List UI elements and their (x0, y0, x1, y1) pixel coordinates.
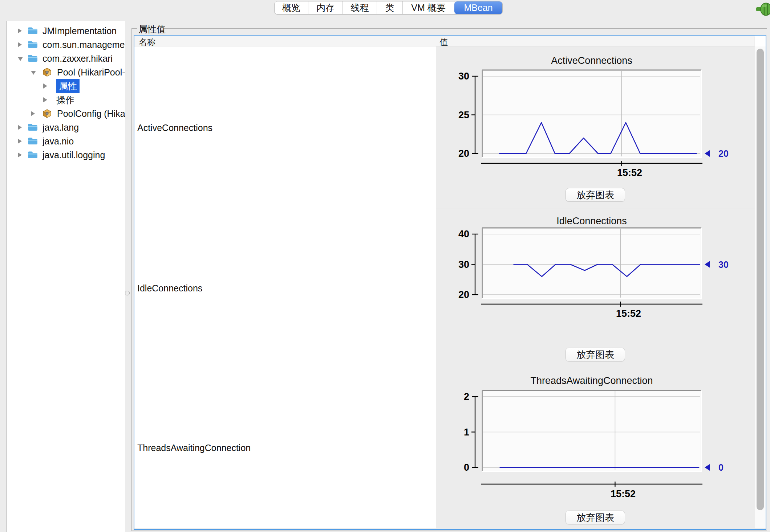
tree-item[interactable]: java.lang (7, 120, 125, 134)
tree-item-label[interactable]: Pool (HikariPool- (57, 65, 125, 79)
tab-threads[interactable]: 线程 (343, 1, 377, 14)
svg-text:20: 20 (458, 148, 469, 159)
expand-arrow-icon[interactable] (18, 152, 22, 157)
svg-text:ActiveConnections: ActiveConnections (551, 55, 632, 66)
expand-arrow-icon[interactable] (43, 97, 47, 102)
collapse-arrow-icon[interactable] (18, 57, 23, 61)
tree-item[interactable]: java.nio (7, 134, 125, 148)
tree-item[interactable]: JMImplementation (7, 24, 125, 38)
main-tab-bar: 概览 内存 线程 类 VM 概要 MBean (274, 1, 503, 15)
tree-item-label[interactable]: PoolConfig (Hika (57, 107, 125, 120)
folder-icon (27, 136, 38, 146)
svg-text:0: 0 (464, 462, 469, 473)
tab-memory[interactable]: 内存 (308, 1, 343, 14)
panel-title: 属性值 (138, 23, 166, 35)
tab-vm-summary[interactable]: VM 概要 (403, 1, 454, 14)
svg-text:0: 0 (718, 462, 724, 472)
tree-item-label[interactable]: java.lang (42, 120, 79, 134)
chart-cell-threadsawaitingconnection: ThreadsAwaitingConnection21015:520 放弃图表 (436, 367, 755, 528)
mbean-icon (42, 67, 52, 77)
titled-border-line (131, 531, 767, 531)
column-divider (754, 37, 754, 46)
svg-text:2: 2 (464, 391, 469, 402)
tree-item-label[interactable]: java.nio (42, 134, 74, 148)
svg-text:30: 30 (458, 259, 469, 270)
tree-item-label[interactable]: 操作 (56, 93, 74, 107)
tree-item[interactable]: com.sun.manageme (7, 38, 125, 52)
tree-item-label[interactable]: 属性 (56, 79, 80, 93)
attribute-name-cell[interactable]: ActiveConnections (137, 122, 212, 134)
expand-arrow-icon[interactable] (43, 83, 47, 89)
titled-border-line (164, 28, 767, 29)
folder-icon (27, 150, 38, 159)
titled-border-line (767, 28, 767, 531)
tree-item[interactable]: Pool (HikariPool- (7, 65, 125, 79)
titled-border-line (131, 28, 137, 29)
svg-text:25: 25 (458, 110, 469, 120)
folder-icon (27, 54, 38, 63)
tree-item[interactable]: 操作 (7, 93, 125, 107)
expand-arrow-icon[interactable] (18, 139, 22, 144)
svg-text:20: 20 (718, 148, 729, 159)
table-header (134, 36, 766, 46)
discard-chart-button[interactable]: 放弃图表 (566, 348, 625, 361)
activeconnections-chart: ActiveConnections30252015:5220 (436, 46, 755, 209)
folder-icon (27, 40, 38, 49)
svg-text:15:52: 15:52 (611, 488, 636, 499)
svg-text:30: 30 (458, 71, 469, 82)
tree-item-label[interactable]: com.sun.manageme (42, 38, 125, 52)
expand-arrow-icon[interactable] (31, 111, 35, 116)
chart-cell-activeconnections: ActiveConnections30252015:5220 放弃图表 (436, 46, 755, 209)
svg-text:15:52: 15:52 (617, 167, 642, 178)
svg-text:40: 40 (458, 229, 469, 240)
svg-text:30: 30 (718, 259, 729, 270)
green-plug-icon (756, 2, 770, 17)
svg-text:ThreadsAwaitingConnection: ThreadsAwaitingConnection (530, 375, 653, 386)
idleconnections-chart: IdleConnections40302015:5230 (436, 209, 755, 367)
splitter-handle[interactable] (125, 291, 130, 295)
column-divider[interactable] (436, 37, 436, 46)
expand-arrow-icon[interactable] (18, 42, 22, 47)
jconsole-window: { "tabs": { "items": [ {"label": "概览", "… (0, 0, 770, 532)
tab-classes[interactable]: 类 (377, 1, 403, 14)
scrollbar-thumb[interactable] (757, 49, 764, 510)
tab-overview[interactable]: 概览 (275, 1, 308, 14)
tree-item-label[interactable]: com.zaxxer.hikari (42, 52, 113, 65)
tree-item[interactable]: 属性 (7, 79, 125, 93)
svg-text:1: 1 (464, 427, 469, 438)
tree-item[interactable]: java.util.logging (7, 148, 125, 162)
chart-cell-idleconnections: IdleConnections40302015:5230 放弃图表 (436, 209, 755, 367)
attribute-name-cell[interactable]: ThreadsAwaitingConnection (137, 442, 251, 454)
attribute-name-cell[interactable]: IdleConnections (137, 282, 202, 294)
svg-text:20: 20 (458, 289, 469, 300)
folder-icon (27, 123, 38, 132)
tab-mbean[interactable]: MBean (454, 1, 502, 14)
collapse-arrow-icon[interactable] (31, 71, 36, 75)
tree-item[interactable]: com.zaxxer.hikari (7, 52, 125, 65)
tree-item-label[interactable]: java.util.logging (42, 148, 105, 162)
tree-item[interactable]: PoolConfig (Hika (7, 107, 125, 120)
svg-text:15:52: 15:52 (616, 308, 641, 319)
expand-arrow-icon[interactable] (18, 125, 22, 130)
scrollbar-corner (755, 36, 766, 46)
discard-chart-button[interactable]: 放弃图表 (566, 188, 625, 202)
mbean-icon (42, 109, 52, 118)
discard-chart-button[interactable]: 放弃图表 (566, 511, 625, 524)
tree-item-label[interactable]: JMImplementation (42, 24, 117, 38)
folder-icon (27, 26, 38, 35)
expand-arrow-icon[interactable] (18, 28, 22, 33)
titled-border-line (131, 28, 132, 531)
threadsawaitingconnection-chart: ThreadsAwaitingConnection21015:520 (436, 367, 755, 528)
mbean-tree-panel: JMImplementationcom.sun.managemecom.zaxx… (7, 21, 125, 532)
svg-text:IdleConnections: IdleConnections (556, 216, 627, 226)
